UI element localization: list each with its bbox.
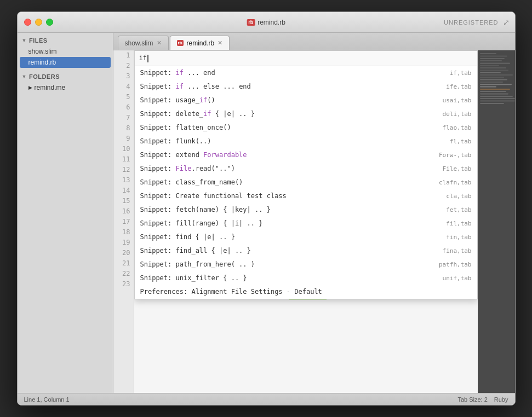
svg-rect-17 [480, 91, 506, 92]
line-num-3: 3 [113, 71, 130, 82]
autocomplete-shortcut-14: patfh,tab [439, 259, 472, 270]
autocomplete-shortcut-13: fina,tab [443, 246, 472, 256]
autocomplete-item-1[interactable]: Snippet: if ... else ... end ife,tab [135, 80, 477, 94]
line-num-5: 5 [113, 92, 130, 102]
svg-rect-5 [480, 63, 510, 64]
svg-rect-21 [480, 101, 515, 102]
autocomplete-item-2[interactable]: Snippet: usage_if() usai,tab [135, 94, 477, 107]
line-num-11: 11 [113, 154, 130, 165]
svg-rect-4 [480, 60, 502, 61]
autocomplete-label-14: Snippet: path_from_here( .. ) [140, 259, 428, 270]
autocomplete-item-12[interactable]: Snippet: find { |e| .. } fin,tab [135, 230, 477, 244]
tab-remind-rb-label: remind.rb [187, 39, 215, 47]
autocomplete-item-9[interactable]: Snippet: Create functional test class cl… [135, 189, 477, 203]
svg-rect-0 [478, 50, 515, 393]
line-num-9: 9 [113, 134, 130, 144]
resize-icon[interactable]: ⤢ [503, 18, 510, 27]
window-title-text: remind.rb [258, 19, 285, 26]
line-num-8: 8 [113, 123, 130, 134]
autocomplete-input-row[interactable]: if [135, 51, 477, 66]
tab-size: Tab Size: 2 [457, 396, 487, 403]
autocomplete-item-3[interactable]: Snippet: delete_if { |e| .. } deli,tab [135, 107, 477, 121]
tab-remind-rb-close[interactable]: ✕ [218, 40, 222, 46]
editor-area: 1 2 3 4 5 6 7 8 9 10 11 12 13 14 15 16 1 [113, 50, 515, 393]
autocomplete-shortcut-4: flao,tab [443, 123, 472, 133]
sidebar-item-show-slim[interactable]: show.slim [18, 46, 113, 57]
autocomplete-label-11: Snippet: fill(range) { |i| .. } [140, 218, 436, 229]
status-bar-right: Tab Size: 2 Ruby [457, 396, 508, 403]
minimize-button[interactable] [35, 19, 42, 26]
folders-section-header: ▼ FOLDERS [18, 71, 113, 82]
sidebar: ▼ FILES show.slim remind.rb ▼ FOLDERS ▶ … [18, 33, 113, 393]
autocomplete-shortcut-12: fin,tab [446, 232, 471, 242]
autocomplete-item-4[interactable]: Snippet: flatten_once() flao,tab [135, 121, 477, 135]
sidebar-item-remind-rb[interactable]: remind.rb [20, 57, 111, 68]
title-bar: rb remind.rb UNREGISTERED ⤢ [18, 12, 515, 33]
svg-rect-15 [480, 86, 496, 88]
maximize-button[interactable] [46, 19, 53, 26]
code-area[interactable]: if Snippet: if ... end if,tab Snippet: i… [134, 50, 478, 393]
line-num-21: 21 [113, 258, 130, 269]
window-title: rb remind.rb [247, 19, 285, 26]
autocomplete-shortcut-9: cla,tab [446, 191, 471, 201]
autocomplete-item-11[interactable]: Snippet: fill(range) { |i| .. } fil,tab [135, 217, 477, 230]
line-num-7: 7 [113, 113, 130, 123]
autocomplete-label-1: Snippet: if ... else ... end [140, 82, 436, 92]
tab-rb-badge: rb [177, 40, 184, 46]
line-numbers: 1 2 3 4 5 6 7 8 9 10 11 12 13 14 15 16 1 [113, 50, 134, 393]
autocomplete-label-12: Snippet: find { |e| .. } [140, 232, 436, 242]
svg-rect-16 [480, 89, 510, 90]
svg-rect-2 [480, 56, 507, 57]
svg-rect-19 [480, 96, 513, 97]
traffic-lights [24, 19, 53, 26]
line-num-16: 16 [113, 206, 130, 217]
autocomplete-item-10[interactable]: Snippet: fetch(name) { |key| .. } fet,ta… [135, 203, 477, 217]
autocomplete-shortcut-15: unif,tab [443, 273, 472, 283]
line-num-20: 20 [113, 248, 130, 258]
autocomplete-label-3: Snippet: delete_if { |e| .. } [140, 109, 432, 119]
svg-rect-6 [480, 65, 499, 66]
line-num-23: 23 [113, 279, 130, 289]
autocomplete-label-7: Snippet: File.read("..") [140, 164, 432, 174]
folders-label: FOLDERS [29, 73, 60, 80]
autocomplete-item-6[interactable]: Snippet: extend Forwardable Forw-,tab [135, 148, 477, 162]
main-window: rb remind.rb UNREGISTERED ⤢ ▼ FILES show… [17, 11, 516, 406]
folder-triangle-icon: ▶ [28, 85, 32, 90]
autocomplete-item-8[interactable]: Snippet: class_from_name() clafn,tab [135, 176, 477, 189]
line-num-13: 13 [113, 175, 130, 186]
autocomplete-label-4: Snippet: flatten_once() [140, 123, 432, 133]
autocomplete-input-text: if [139, 53, 147, 63]
tab-show-slim-close[interactable]: ✕ [157, 40, 162, 46]
tab-show-slim[interactable]: show.slim ✕ [118, 36, 169, 50]
autocomplete-label-8: Snippet: class_from_name() [140, 177, 428, 188]
minimap [478, 50, 515, 393]
autocomplete-item-5[interactable]: Snippet: flunk(..) fl,tab [135, 135, 477, 148]
autocomplete-item-15[interactable]: Snippet: unix_filter { .. } unif,tab [135, 271, 477, 285]
line-num-22: 22 [113, 269, 130, 279]
close-button[interactable] [24, 19, 31, 26]
autocomplete-item-14[interactable]: Snippet: path_from_here( .. ) patfh,tab [135, 258, 477, 271]
status-bar: Line 1, Column 1 Tab Size: 2 Ruby [18, 393, 515, 405]
autocomplete-label-9: Snippet: Create functional test class [140, 191, 436, 201]
svg-rect-9 [480, 72, 501, 73]
autocomplete-label-10: Snippet: fetch(name) { |key| .. } [140, 205, 436, 215]
language: Ruby [494, 396, 508, 403]
svg-rect-7 [480, 67, 506, 68]
sidebar-folder-remind-me[interactable]: ▶ remind.me [18, 82, 113, 93]
autocomplete-label-2: Snippet: usage_if() [140, 95, 432, 106]
line-num-18: 18 [113, 227, 130, 238]
tab-remind-rb[interactable]: rb remind.rb ✕ [170, 36, 230, 50]
autocomplete-label-15: Snippet: unix_filter { .. } [140, 273, 432, 283]
autocomplete-label-0: Snippet: if ... end [140, 68, 439, 78]
folder-name: remind.me [35, 84, 66, 91]
autocomplete-item-7[interactable]: Snippet: File.read("..") File,tab [135, 162, 477, 176]
autocomplete-dropdown: if Snippet: if ... end if,tab Snippet: i… [134, 50, 478, 299]
autocomplete-item-0[interactable]: Snippet: if ... end if,tab [135, 66, 477, 80]
line-num-2: 2 [113, 61, 130, 71]
autocomplete-item-16[interactable]: Preferences: Alignment File Settings - D… [135, 285, 477, 299]
line-num-12: 12 [113, 165, 130, 175]
rb-icon: rb [247, 19, 255, 26]
autocomplete-item-13[interactable]: Snippet: find_all { |e| .. } fina,tab [135, 244, 477, 258]
line-num-15: 15 [113, 196, 130, 206]
files-triangle: ▼ [22, 38, 27, 43]
